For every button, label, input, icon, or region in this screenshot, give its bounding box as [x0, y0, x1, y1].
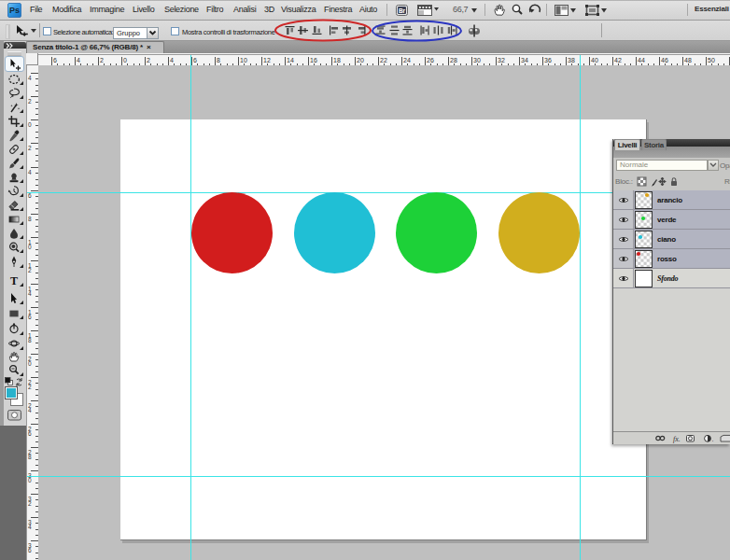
svg-text:2: 2 — [28, 384, 32, 390]
svg-text:0: 0 — [28, 121, 32, 128]
svg-text:fx.: fx. — [673, 435, 681, 443]
svg-text:0: 0 — [28, 477, 32, 483]
svg-text:0: 0 — [28, 244, 32, 250]
svg-text:8: 8 — [28, 454, 32, 460]
svg-text:2: 2 — [28, 98, 32, 105]
svg-text:8: 8 — [28, 216, 32, 222]
svg-text:6: 6 — [28, 430, 32, 437]
svg-text:0: 0 — [28, 360, 32, 367]
svg-text:4: 4 — [28, 75, 32, 81]
svg-text:6: 6 — [28, 547, 32, 553]
svg-text:4: 4 — [28, 290, 32, 297]
svg-text:2: 2 — [28, 267, 32, 273]
svg-text:.: . — [712, 436, 714, 442]
svg-text:2: 2 — [28, 145, 32, 151]
svg-text:4: 4 — [28, 407, 32, 413]
svg-text:T: T — [10, 274, 18, 287]
svg-text:4: 4 — [28, 169, 32, 175]
svg-text:2: 2 — [28, 500, 32, 507]
svg-text:8: 8 — [28, 337, 32, 343]
svg-text:6: 6 — [28, 314, 32, 320]
svg-text:4: 4 — [28, 524, 32, 530]
